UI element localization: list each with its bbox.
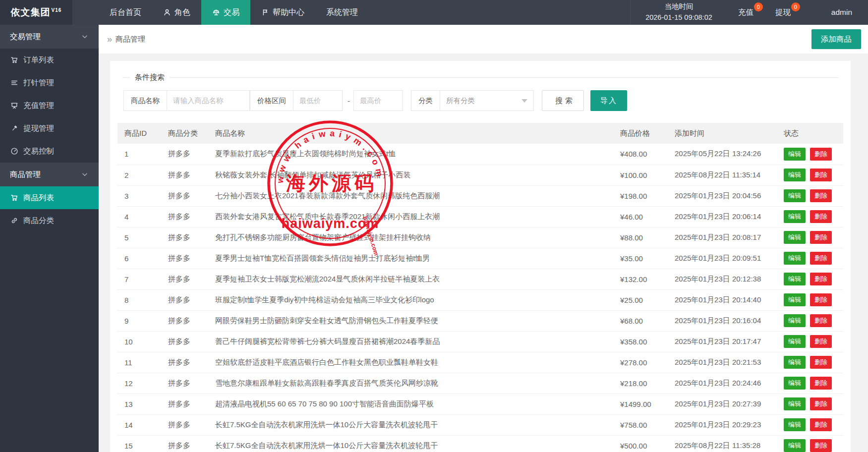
- cell-id: 13: [117, 394, 163, 414]
- cell-time: 2025年01月23日 20:12:38: [670, 269, 779, 289]
- withdraw-button[interactable]: 提现 0: [764, 0, 802, 25]
- delete-button[interactable]: 删除: [810, 231, 832, 244]
- edit-button[interactable]: 编辑: [784, 189, 806, 202]
- breadcrumb-arrow-icon: »: [107, 34, 112, 45]
- table-row: 12拼多多雪地意尔康粗跟单鞋女新款高跟鞋春季真皮百搭气质英伦风网纱凉靴¥218.…: [117, 373, 843, 394]
- sidebar-item-label: 订单列表: [23, 55, 54, 65]
- category-select[interactable]: 所有分类: [440, 90, 534, 111]
- table-row: 7拼多多夏季短袖卫衣女士韩版宽松潮流2024显气质休闲半拉链半袖夏装上衣¥132…: [117, 269, 843, 289]
- delete-button[interactable]: 删除: [810, 397, 832, 410]
- cell-actions: 编辑删除: [779, 227, 843, 248]
- recharge-button[interactable]: 充值 0: [727, 0, 764, 25]
- refresh-button[interactable]: [802, 0, 821, 25]
- cell-price: ¥758.00: [615, 414, 670, 435]
- nav-item-label: 帮助中心: [273, 7, 304, 18]
- cell-id: 11: [117, 352, 163, 373]
- edit-button[interactable]: 编辑: [784, 356, 806, 369]
- cell-actions: 编辑删除: [779, 185, 843, 206]
- cell-actions: 编辑删除: [779, 248, 843, 269]
- cell-category: 拼多多: [163, 269, 210, 289]
- delete-button[interactable]: 删除: [810, 314, 832, 327]
- withdraw-badge: 0: [791, 2, 800, 11]
- cell-name: 免打孔不锈钢多功能厨房窗台置物架窗户壁挂式挂架挂杆挂钩收纳: [210, 227, 615, 248]
- column-header: 商品分类: [163, 123, 210, 144]
- cell-id: 6: [117, 248, 163, 269]
- cell-price: ¥46.00: [615, 206, 670, 227]
- nav-item-help[interactable]: 帮助中心: [250, 0, 315, 25]
- sidebar-item-recharge-mgmt[interactable]: 充值管理: [0, 94, 99, 117]
- chevron-down-icon: [81, 170, 89, 178]
- product-name-input[interactable]: [167, 90, 250, 111]
- cell-name: 秋铭薇女装外套 长袖翻领单排扣减龄洋气英伦风格子小西装: [210, 165, 615, 185]
- edit-button[interactable]: 编辑: [784, 335, 806, 348]
- cell-category: 拼多多: [163, 165, 210, 185]
- nav-item-home[interactable]: 后台首页: [99, 0, 152, 25]
- sidebar-item-trade-control[interactable]: 交易控制: [0, 140, 99, 163]
- edit-button[interactable]: 编辑: [784, 293, 806, 306]
- gavel-icon: [10, 124, 18, 132]
- cell-name: 夏季新款打底衫气质显瘦上衣圆领纯棉时尚短袖女式t恤: [210, 144, 615, 165]
- cell-price: ¥132.00: [615, 269, 670, 289]
- local-time-block: 当地时间 2026-01-15 09:08:02: [630, 0, 727, 25]
- delete-button[interactable]: 删除: [810, 210, 832, 223]
- user-menu[interactable]: admin: [821, 0, 868, 25]
- edit-button[interactable]: 编辑: [784, 397, 806, 410]
- edit-button[interactable]: 编辑: [784, 169, 806, 181]
- cell-time: 2025年05月22日 13:24:26: [670, 144, 779, 165]
- edit-button[interactable]: 编辑: [784, 148, 806, 161]
- cell-time: 2025年01月23日 20:24:46: [670, 373, 779, 394]
- delete-button[interactable]: 删除: [810, 273, 832, 285]
- delete-button[interactable]: 删除: [810, 189, 832, 202]
- cell-category: 拼多多: [163, 248, 210, 269]
- cell-time: 2025年01月23日 20:06:14: [670, 206, 779, 227]
- sidebar-group-trade-mgmt[interactable]: 交易管理: [0, 25, 99, 49]
- delete-button[interactable]: 删除: [810, 418, 832, 431]
- edit-button[interactable]: 编辑: [784, 377, 806, 390]
- nav-item-role[interactable]: 角色: [152, 0, 201, 25]
- cell-category: 拼多多: [163, 331, 210, 352]
- main-area: » 商品管理 添加商品 条件搜索 商品名称 价格区间: [99, 25, 868, 452]
- edit-button[interactable]: 编辑: [784, 439, 806, 452]
- import-button[interactable]: 导入: [590, 90, 627, 111]
- edit-button[interactable]: 编辑: [784, 273, 806, 285]
- cell-time: 2025年01月23日 20:09:51: [670, 248, 779, 269]
- sidebar-item-injection-mgmt[interactable]: 打针管理: [0, 71, 99, 94]
- sidebar-item-withdraw-mgmt[interactable]: 提现管理: [0, 117, 99, 140]
- cell-actions: 编辑删除: [779, 352, 843, 373]
- sidebar-item-product-list[interactable]: 商品列表: [0, 186, 99, 209]
- nav-item-label: 系统管理: [326, 7, 358, 18]
- sidebar-item-product-category[interactable]: 商品分类: [0, 209, 99, 232]
- sidebar-item-order-list[interactable]: 订单列表: [0, 49, 99, 71]
- cell-name: 雪地意尔康粗跟单鞋女新款高跟鞋春季真皮百搭气质英伦风网纱凉靴: [210, 373, 615, 394]
- edit-button[interactable]: 编辑: [784, 231, 806, 244]
- delete-button[interactable]: 删除: [810, 293, 832, 306]
- sidebar-toggle-button[interactable]: [72, 0, 99, 25]
- table-row: 5拼多多免打孔不锈钢多功能厨房窗台置物架窗户壁挂式挂架挂杆挂钩收纳¥88.002…: [117, 227, 843, 248]
- product-card: 条件搜索 商品名称 价格区间 - 分类: [110, 61, 851, 452]
- table-row: 2拼多多秋铭薇女装外套 长袖翻领单排扣减龄洋气英伦风格子小西装¥100.0020…: [117, 165, 843, 185]
- edit-button[interactable]: 编辑: [784, 314, 806, 327]
- delete-button[interactable]: 删除: [810, 439, 832, 452]
- delete-button[interactable]: 删除: [810, 148, 832, 161]
- delete-button[interactable]: 删除: [810, 335, 832, 348]
- delete-button[interactable]: 删除: [810, 356, 832, 369]
- edit-button[interactable]: 编辑: [784, 210, 806, 223]
- price-range-label: 价格区间: [250, 90, 293, 111]
- sidebar-group-product-mgmt[interactable]: 商品管理: [0, 163, 99, 186]
- edit-button[interactable]: 编辑: [784, 252, 806, 265]
- max-price-input[interactable]: [353, 90, 403, 111]
- nav-item-label: 角色: [174, 7, 190, 18]
- sidebar-group-label: 交易管理: [10, 32, 41, 42]
- delete-button[interactable]: 删除: [810, 252, 832, 265]
- nav-item-trade[interactable]: 交易: [201, 0, 250, 25]
- cell-category: 拼多多: [163, 414, 210, 435]
- cell-id: 7: [117, 269, 163, 289]
- edit-button[interactable]: 编辑: [784, 418, 806, 431]
- min-price-input[interactable]: [293, 90, 343, 111]
- delete-button[interactable]: 删除: [810, 377, 832, 390]
- delete-button[interactable]: 删除: [810, 169, 832, 181]
- search-button[interactable]: 搜索: [542, 90, 584, 111]
- nav-item-system[interactable]: 系统管理: [315, 0, 369, 25]
- table-row: 15拼多多长虹7.5KG全自动洗衣机家用洗烘一体10公斤大容量洗衣机波轮甩干¥5…: [117, 435, 843, 452]
- add-product-button[interactable]: 添加商品: [811, 29, 861, 49]
